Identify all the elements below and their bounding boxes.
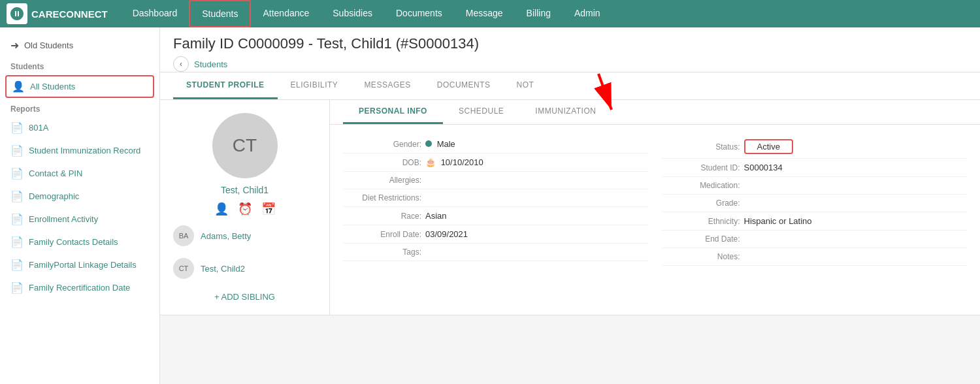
profile-area: CT Test, Child1 👤 ⏰ 📅 BA Adams, Betty CT…	[160, 100, 980, 315]
breadcrumb-back-button[interactable]: ‹	[173, 56, 189, 72]
student-id-value: S0000134	[744, 163, 783, 172]
info-row-gender: Gender: Male	[343, 135, 649, 153]
logo-icon	[7, 3, 27, 24]
tab-eligibility[interactable]: ELIGIBILITY	[278, 72, 351, 99]
notes-label: Notes:	[662, 252, 740, 261]
nav-message[interactable]: Message	[454, 0, 515, 27]
ethnicity-value: Hispanic or Latino	[744, 216, 812, 226]
end-date-label: End Date:	[662, 234, 740, 244]
report-demographic-label: Demographic	[29, 191, 79, 201]
sidebar-report-immunization[interactable]: 📄 Student Immunization Record	[0, 139, 159, 162]
sidebar-report-recertification[interactable]: 📄 Family Recertification Date	[0, 276, 159, 299]
dob-icon: 🎂	[425, 157, 436, 167]
all-students-label: All Students	[30, 82, 75, 91]
sidebar-report-family-contacts[interactable]: 📄 Family Contacts Details	[0, 231, 159, 253]
gender-value: Male	[425, 139, 455, 149]
sidebar-report-enrollment[interactable]: 📄 Enrollment Activity	[0, 208, 159, 231]
info-row-student-id: Student ID: S0000134	[662, 159, 968, 177]
old-students-label: Old Students	[24, 40, 73, 50]
grade-label: Grade:	[662, 199, 740, 208]
enroll-date-value: 03/09/2021	[425, 229, 468, 239]
profile-calendar-icon[interactable]: 📅	[261, 202, 276, 216]
profile-left-panel: CT Test, Child1 👤 ⏰ 📅 BA Adams, Betty CT…	[160, 100, 330, 315]
sub-tab-personal-info[interactable]: PERSONAL INFO	[343, 100, 443, 124]
ethnicity-label: Ethnicity:	[662, 217, 740, 226]
medication-label: Medication:	[662, 181, 740, 190]
page-title: Family ID C0000099 - Test, Child1 (#S000…	[173, 35, 967, 52]
member-avatar-ct: CT	[173, 258, 194, 279]
reports-section-label: Reports	[0, 99, 159, 116]
main-layout: ➜ Old Students Students 👤 All Students R…	[0, 27, 980, 384]
info-row-ethnicity: Ethnicity: Hispanic or Latino	[662, 212, 968, 231]
nav-billing[interactable]: Billing	[515, 0, 563, 27]
content-area: Family ID C0000099 - Test, Child1 (#S000…	[160, 27, 980, 384]
profile-right-panel: PERSONAL INFO SCHEDULE IMMUNIZATION	[330, 100, 980, 315]
report-immunization-label: Student Immunization Record	[29, 146, 140, 155]
enroll-date-label: Enroll Date:	[343, 230, 421, 239]
sidebar-old-students[interactable]: ➜ Old Students	[0, 34, 159, 57]
status-value: Active	[744, 139, 793, 154]
nav-subsidies[interactable]: Subsidies	[321, 0, 384, 27]
info-row-dob: DOB: 🎂 10/10/2010	[343, 153, 649, 172]
doc-icon-6: 📄	[10, 236, 24, 248]
member-name-ct[interactable]: Test, Child2	[201, 264, 245, 274]
info-row-grade: Grade:	[662, 195, 968, 212]
student-name[interactable]: Test, Child1	[221, 185, 269, 195]
allergies-label: Allergies:	[343, 176, 421, 185]
gender-dot	[425, 140, 432, 147]
doc-icon-1: 📄	[10, 121, 24, 134]
logo: CARECONNECT	[7, 3, 108, 24]
nav-documents[interactable]: Documents	[384, 0, 454, 27]
tags-label: Tags:	[343, 248, 421, 257]
doc-icon-3: 📄	[10, 167, 24, 180]
member-avatar-ba: BA	[173, 225, 194, 246]
sidebar-report-contact-pin[interactable]: 📄 Contact & PIN	[0, 162, 159, 185]
sidebar-all-students[interactable]: 👤 All Students	[5, 75, 154, 98]
breadcrumb-students[interactable]: Students	[194, 59, 227, 69]
sidebar-report-familyportal[interactable]: 📄 FamilyPortal Linkage Details	[0, 253, 159, 276]
sub-tab-schedule[interactable]: SCHEDULE	[443, 100, 519, 124]
report-recertification-label: Family Recertification Date	[29, 283, 130, 293]
info-row-medication: Medication:	[662, 177, 968, 195]
nav-students[interactable]: Students	[189, 0, 251, 27]
app-name: CARECONNECT	[31, 8, 108, 20]
student-avatar: CT	[212, 113, 278, 178]
add-sibling-button[interactable]: + ADD SIBLING	[214, 292, 275, 302]
doc-icon-8: 📄	[10, 281, 24, 294]
nav-admin[interactable]: Admin	[563, 0, 612, 27]
info-row-race: Race: Asian	[343, 207, 649, 225]
info-row-end-date: End Date:	[662, 231, 968, 248]
doc-icon-5: 📄	[10, 213, 24, 225]
doc-icon-4: 📄	[10, 190, 24, 202]
tab-not[interactable]: NOT	[504, 72, 547, 99]
top-nav: CARECONNECT Dashboard Students Attendanc…	[0, 0, 980, 27]
report-familyportal-label: FamilyPortal Linkage Details	[29, 260, 137, 270]
sub-tab-immunization[interactable]: IMMUNIZATION	[519, 100, 612, 124]
info-row-tags: Tags:	[343, 244, 649, 261]
nav-dashboard[interactable]: Dashboard	[121, 0, 189, 27]
sidebar-report-801a[interactable]: 📄 801A	[0, 116, 159, 139]
race-value: Asian	[425, 211, 447, 221]
gender-label: Gender:	[343, 140, 421, 149]
profile-person-icon[interactable]: 👤	[214, 202, 229, 216]
sidebar-report-demographic[interactable]: 📄 Demographic	[0, 185, 159, 208]
nav-attendance[interactable]: Attendance	[251, 0, 321, 27]
doc-icon-7: 📄	[10, 259, 24, 271]
students-section-label: Students	[0, 57, 159, 74]
sidebar: ➜ Old Students Students 👤 All Students R…	[0, 27, 160, 384]
info-row-notes: Notes:	[662, 248, 968, 266]
tab-student-profile[interactable]: STUDENT PROFILE	[173, 72, 278, 99]
doc-icon-2: 📄	[10, 144, 24, 157]
race-label: Race:	[343, 212, 421, 221]
profile-clock-icon[interactable]: ⏰	[238, 202, 252, 216]
nav-items: Dashboard Students Attendance Subsidies …	[121, 0, 612, 27]
member-name-ba[interactable]: Adams, Betty	[201, 231, 251, 241]
info-row-enroll-date: Enroll Date: 03/09/2021	[343, 225, 649, 244]
report-enrollment-label: Enrollment Activity	[29, 214, 98, 224]
info-left-col: Gender: Male DOB: 🎂 10/10/2010	[343, 135, 649, 266]
info-row-diet: Diet Restrictions:	[343, 189, 649, 207]
diet-label: Diet Restrictions:	[343, 193, 421, 202]
person-icon: 👤	[12, 80, 25, 93]
tab-messages[interactable]: MESSAGES	[351, 72, 423, 99]
tab-documents[interactable]: DOCUMENTS	[424, 72, 504, 99]
